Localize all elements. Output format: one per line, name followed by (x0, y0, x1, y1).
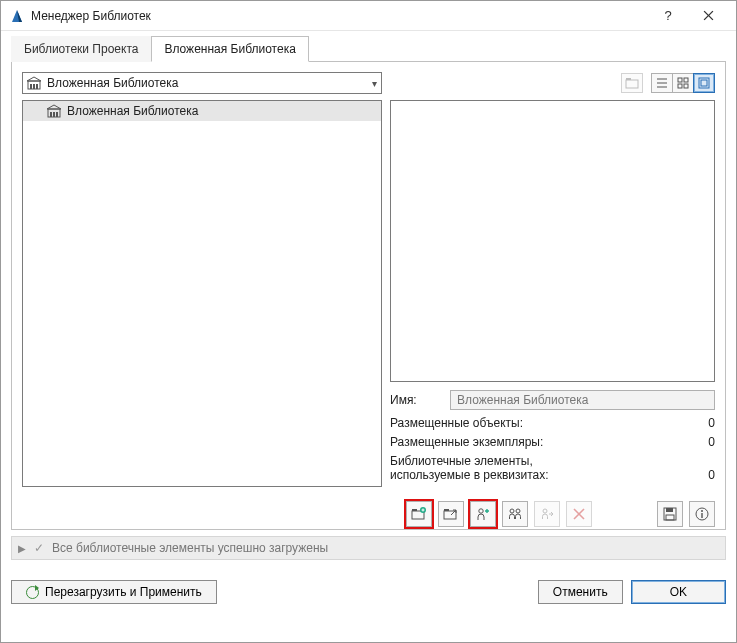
svg-rect-10 (50, 112, 52, 117)
placed-objects-value: 0 (708, 416, 715, 430)
svg-point-42 (701, 510, 703, 512)
library-icon (47, 104, 61, 118)
tab-embedded-library[interactable]: Вложенная Библиотека (151, 36, 308, 62)
ok-button[interactable]: OK (631, 580, 726, 604)
copy-instance-button[interactable] (470, 501, 496, 527)
up-folder-button[interactable] (621, 73, 643, 93)
info-panel: Имя: Размещенные объекты: 0 Размещенные … (390, 390, 715, 487)
name-field (450, 390, 715, 410)
placed-instances-value: 0 (708, 435, 715, 449)
tab-panel: Вложенная Библиотека ▾ Вложенная Библиот… (11, 62, 726, 530)
cancel-button[interactable]: Отменить (538, 580, 623, 604)
reload-icon (26, 586, 39, 599)
app-icon (9, 8, 25, 24)
svg-point-33 (510, 509, 514, 513)
titlebar: Менеджер Библиотек ? (1, 1, 736, 31)
placed-instances-label: Размещенные экземпляры: (390, 435, 543, 449)
svg-rect-31 (444, 509, 449, 511)
svg-rect-22 (684, 84, 688, 88)
svg-rect-26 (412, 509, 417, 511)
expand-icon: ▶ (18, 543, 26, 554)
svg-point-32 (479, 509, 483, 513)
svg-rect-7 (36, 84, 38, 89)
status-bar[interactable]: ▶ ✓ Все библиотечные элементы успешно за… (11, 536, 726, 560)
chevron-down-icon: ▾ (372, 78, 377, 89)
svg-rect-11 (53, 112, 55, 117)
svg-rect-12 (56, 112, 58, 117)
tree-item[interactable]: Вложенная Библиотека (23, 101, 381, 121)
svg-rect-5 (30, 84, 32, 89)
close-button[interactable] (688, 2, 728, 30)
attrs-value: 0 (708, 468, 715, 482)
svg-rect-15 (626, 78, 631, 80)
check-icon: ✓ (34, 541, 44, 555)
reload-apply-button[interactable]: Перезагрузить и Применить (11, 580, 217, 604)
tab-strip: Библиотеки Проекта Вложенная Библиотека (11, 35, 726, 62)
svg-rect-43 (701, 513, 702, 518)
preview-area (390, 100, 715, 382)
duplicate-button[interactable] (502, 501, 528, 527)
add-folder-button[interactable] (406, 501, 432, 527)
delete-button[interactable] (566, 501, 592, 527)
status-message: Все библиотечные элементы успешно загруж… (52, 541, 328, 555)
dialog-content: Библиотеки Проекта Вложенная Библиотека … (1, 31, 736, 570)
export-folder-button[interactable] (438, 501, 464, 527)
left-column: Вложенная Библиотека ▾ Вложенная Библиот… (22, 72, 382, 487)
svg-point-35 (543, 509, 547, 513)
svg-rect-24 (701, 80, 707, 86)
move-button[interactable] (534, 501, 560, 527)
view-large-button[interactable] (693, 73, 715, 93)
svg-rect-19 (678, 78, 682, 82)
library-selector[interactable]: Вложенная Библиотека ▾ (22, 72, 382, 94)
svg-rect-20 (684, 78, 688, 82)
svg-rect-40 (666, 515, 674, 520)
save-settings-button[interactable] (657, 501, 683, 527)
dialog-footer: Перезагрузить и Применить Отменить OK (1, 570, 736, 614)
attrs-label: Библиотечные элементы, используемые в ре… (390, 454, 549, 482)
svg-marker-13 (47, 105, 61, 109)
tab-project-libraries[interactable]: Библиотеки Проекта (11, 36, 151, 62)
window-title: Менеджер Библиотек (31, 9, 648, 23)
library-icon (27, 76, 41, 90)
library-tree[interactable]: Вложенная Библиотека (22, 100, 382, 487)
help-button[interactable]: ? (648, 2, 688, 30)
svg-rect-21 (678, 84, 682, 88)
info-button[interactable] (689, 501, 715, 527)
svg-marker-8 (27, 77, 41, 81)
view-grid-button[interactable] (672, 73, 694, 93)
placed-objects-label: Размещенные объекты: (390, 416, 523, 430)
reload-apply-label: Перезагрузить и Применить (45, 585, 202, 599)
view-list-button[interactable] (651, 73, 673, 93)
name-label: Имя: (390, 393, 450, 407)
library-selector-text: Вложенная Библиотека (47, 76, 366, 90)
svg-rect-6 (33, 84, 35, 89)
svg-rect-14 (626, 80, 638, 88)
view-toolbar (390, 72, 715, 94)
svg-point-34 (516, 509, 520, 513)
svg-rect-39 (666, 508, 673, 512)
tree-item-label: Вложенная Библиотека (67, 104, 198, 118)
action-toolbar (22, 501, 715, 527)
right-column: Имя: Размещенные объекты: 0 Размещенные … (390, 72, 715, 487)
